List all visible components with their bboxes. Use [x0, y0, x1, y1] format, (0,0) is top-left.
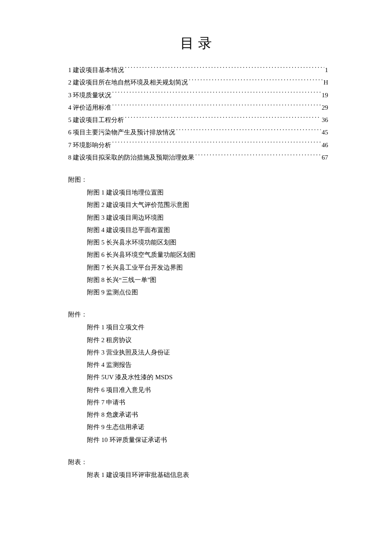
toc-page: H — [323, 76, 328, 89]
list-item: 附图 7 长兴县工业平台开发边界图 — [68, 262, 328, 274]
list-item: 附件 10 环评质量保证承诺书 — [68, 434, 328, 446]
list-item: 附图 8 长兴“三线一单”图 — [68, 274, 328, 286]
toc-label: 5 建设项目工程分析 — [68, 114, 124, 126]
toc-leader-dots — [189, 78, 323, 84]
list-item: 附件 6 项目准入意见书 — [68, 384, 328, 396]
toc-row: 3 环境质量状况 19 — [68, 89, 328, 102]
toc-label: 6 项目主要污染物产生及预计排放情况 — [68, 126, 175, 139]
toc-page: 36 — [322, 114, 328, 126]
toc-block: 1 建设项目基本情况 1 2 建设项目所在地自然环境及相关规划简况 H 3 环境… — [68, 64, 328, 164]
section-heading-fujian: 附件： — [68, 311, 328, 319]
list-item: 附图 6 长兴县环境空气质量功能区划图 — [68, 249, 328, 261]
toc-label: 8 建设项目拟采取的防治措施及预期治理效果 — [68, 151, 194, 164]
fujian-list: 附件 1 项目立项文件 附件 2 租房协议 附件 3 营业执照及法人身份证 附件… — [68, 321, 328, 446]
toc-label: 3 环境质量状况 — [68, 89, 111, 102]
toc-label: 1 建设项目基本情况 — [68, 64, 124, 76]
toc-page: 1 — [325, 64, 329, 76]
toc-page: 45 — [322, 126, 328, 139]
list-item: 附件 5UV 漆及水性漆的 MSDS — [68, 371, 328, 384]
toc-page: 29 — [322, 102, 328, 114]
toc-leader-dots — [112, 91, 321, 97]
page-title: 目录 — [68, 34, 328, 53]
list-item: 附件 3 营业执照及法人身份证 — [68, 346, 328, 359]
fubiao-list: 附表 1 建设项目环评审批基础信息表 — [68, 469, 328, 481]
list-item: 附件 7 申请书 — [68, 396, 328, 409]
list-item: 附表 1 建设项目环评审批基础信息表 — [68, 469, 328, 481]
section-heading-futu: 附图： — [68, 176, 328, 184]
toc-leader-dots — [112, 103, 321, 110]
futu-list: 附图 1 建设项目地理位置图 附图 2 建设项目大气评价范围示意图 附图 3 建… — [68, 186, 328, 299]
toc-row: 2 建设项目所在地自然环境及相关规划简况 H — [68, 76, 328, 89]
list-item: 附图 9 监测点位图 — [68, 286, 328, 299]
toc-label: 7 环境影响分析 — [68, 139, 111, 151]
toc-leader-dots — [125, 116, 321, 122]
toc-row: 5 建设项目工程分析 36 — [68, 114, 328, 126]
section-heading-fubiao: 附表： — [68, 458, 328, 466]
toc-label: 2 建设项目所在地自然环境及相关规划简况 — [68, 76, 188, 89]
toc-row: 8 建设项目拟采取的防治措施及预期治理效果 67 — [68, 151, 328, 164]
list-item: 附件 9 生态信用承诺 — [68, 421, 328, 433]
toc-leader-dots — [125, 66, 324, 72]
toc-leader-dots — [195, 153, 321, 160]
toc-leader-dots — [176, 128, 321, 134]
list-item: 附件 1 项目立项文件 — [68, 321, 328, 334]
list-item: 附图 1 建设项目地理位置图 — [68, 186, 328, 199]
list-item: 附图 2 建设项目大气评价范围示意图 — [68, 199, 328, 211]
list-item: 附图 3 建设项目周边环境图 — [68, 212, 328, 224]
toc-row: 4 评价适用标准 29 — [68, 102, 328, 114]
toc-page: 67 — [322, 151, 328, 164]
toc-row: 6 项目主要污染物产生及预计排放情况 45 — [68, 126, 328, 139]
list-item: 附件 8 危废承诺书 — [68, 409, 328, 421]
toc-row: 7 环境影响分析 46 — [68, 139, 328, 151]
list-item: 附件 2 租房协议 — [68, 334, 328, 346]
toc-leader-dots — [112, 141, 321, 147]
toc-page: 19 — [322, 89, 328, 102]
toc-row: 1 建设项目基本情况 1 — [68, 64, 328, 76]
toc-label: 4 评价适用标准 — [68, 102, 111, 114]
list-item: 附图 5 长兴县水环境功能区划图 — [68, 236, 328, 249]
list-item: 附图 4 建设项目总平面布置图 — [68, 224, 328, 236]
toc-page: 46 — [322, 139, 328, 151]
list-item: 附件 4 监测报告 — [68, 359, 328, 371]
